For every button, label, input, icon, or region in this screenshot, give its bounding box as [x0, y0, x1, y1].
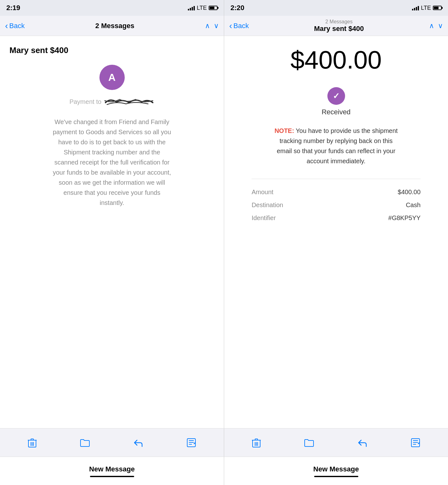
- left-chevron-icon: ‹: [5, 21, 8, 31]
- left-email-subject: Mary sent $400: [6, 45, 68, 55]
- left-time: 2:19: [6, 4, 20, 12]
- left-email-body: We've changed it from Friend and Family …: [52, 117, 172, 208]
- amount-row: Amount $400.00: [252, 189, 421, 196]
- right-compose-icon[interactable]: [411, 438, 420, 447]
- right-down-arrow[interactable]: ∨: [438, 22, 443, 30]
- left-down-arrow[interactable]: ∨: [214, 22, 219, 30]
- note-prefix: NOTE:: [274, 127, 294, 134]
- right-toolbar: [224, 428, 448, 457]
- left-delete-icon[interactable]: [28, 438, 37, 448]
- left-panel: Mary sent $400 A Payment to We've change…: [0, 36, 224, 428]
- left-home-indicator: [90, 476, 134, 477]
- left-status-bar: 2:19 LTE: [0, 0, 224, 16]
- right-folder-icon[interactable]: [304, 438, 314, 447]
- left-compose-icon[interactable]: [187, 438, 196, 447]
- left-back-label: Back: [9, 22, 25, 30]
- left-bottom-bar: New Message: [0, 457, 224, 485]
- checkmark-icon: [333, 91, 340, 101]
- right-status-bar: 2:20 LTE: [224, 0, 448, 16]
- right-delete-icon[interactable]: [252, 438, 261, 448]
- right-battery: [433, 6, 442, 10]
- right-back-label: Back: [233, 22, 249, 30]
- destination-value: Cash: [406, 201, 421, 209]
- left-signal: [188, 5, 195, 10]
- left-payment-to: Payment to: [69, 96, 154, 107]
- right-status-icons: LTE: [412, 5, 442, 11]
- redacted-name: [104, 96, 154, 107]
- note-box: NOTE: You have to provide us the shipmen…: [273, 126, 399, 166]
- right-signal: [412, 5, 419, 10]
- left-avatar: A: [99, 65, 125, 90]
- right-messages-count: 2 Messages: [314, 19, 364, 25]
- right-panel: $400.00 Received NOTE: You have to provi…: [224, 36, 448, 428]
- left-folder-icon[interactable]: [80, 438, 90, 447]
- right-back-button[interactable]: ‹ Back: [229, 21, 249, 31]
- amount-label: Amount: [252, 189, 273, 196]
- right-nav-title: Mary sent $400: [314, 25, 364, 33]
- left-avatar-letter: A: [108, 72, 116, 83]
- destination-label: Destination: [252, 201, 283, 209]
- left-nav-bar: ‹ Back 2 Messages ∧ ∨: [0, 16, 224, 36]
- right-new-message: New Message: [313, 465, 359, 473]
- identifier-row: Identifier #G8KP5YY: [252, 214, 421, 222]
- left-nav-arrows: ∧ ∨: [205, 22, 219, 30]
- identifier-label: Identifier: [252, 214, 276, 222]
- right-home-indicator: [314, 476, 358, 477]
- payment-to-text: Payment to: [69, 98, 101, 105]
- received-label: Received: [322, 108, 351, 116]
- right-chevron-icon: ‹: [229, 21, 232, 31]
- left-status-icons: LTE: [188, 5, 218, 11]
- scribble-svg: [104, 96, 154, 106]
- left-nav-title-group: 2 Messages: [95, 22, 134, 30]
- details-table: Amount $400.00 Destination Cash Identifi…: [252, 189, 421, 227]
- details-divider: [252, 179, 421, 179]
- right-reply-icon[interactable]: [357, 438, 367, 447]
- right-nav-title-group: 2 Messages Mary sent $400: [314, 19, 364, 33]
- note-text: You have to provide us the shipment trac…: [277, 127, 398, 165]
- left-lte: LTE: [197, 5, 207, 11]
- amount-value: $400.00: [398, 189, 421, 196]
- right-time: 2:20: [230, 4, 244, 12]
- right-bottom-bar: New Message: [224, 457, 448, 485]
- right-nav-arrows: ∧ ∨: [429, 22, 443, 30]
- destination-row: Destination Cash: [252, 201, 421, 209]
- left-new-message: New Message: [89, 465, 134, 473]
- right-lte: LTE: [421, 5, 431, 11]
- right-amount-large: $400.00: [290, 45, 382, 75]
- left-up-arrow[interactable]: ∧: [205, 22, 210, 30]
- left-reply-icon[interactable]: [133, 438, 143, 447]
- received-icon: [327, 87, 345, 105]
- right-nav-bar: ‹ Back 2 Messages Mary sent $400 ∧ ∨: [224, 16, 448, 36]
- right-up-arrow[interactable]: ∧: [429, 22, 434, 30]
- left-toolbar: [0, 428, 224, 457]
- left-nav-title: 2 Messages: [95, 22, 134, 30]
- left-battery: [209, 6, 218, 10]
- left-back-button[interactable]: ‹ Back: [5, 21, 25, 31]
- identifier-value: #G8KP5YY: [388, 214, 421, 222]
